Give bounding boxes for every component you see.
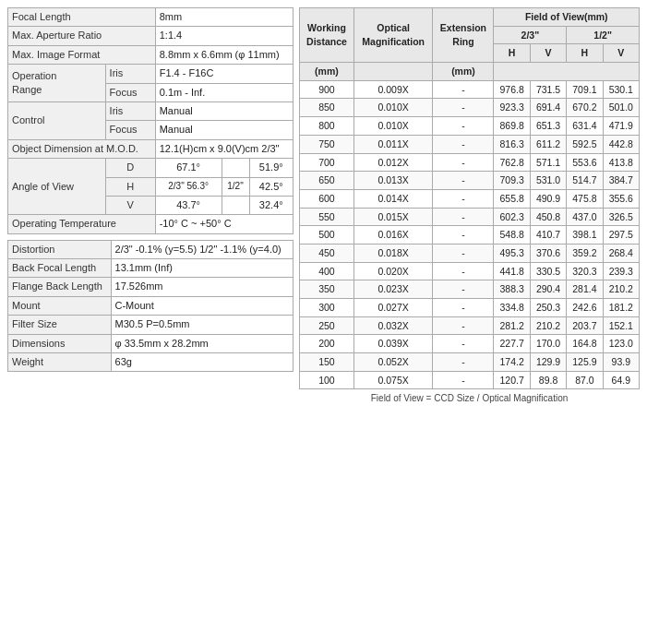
table-row: 4500.018X-495.3370.6359.2268.4 [300,244,640,262]
mag-cell: 0.010X [353,117,433,136]
control-focus-value: Manual [155,121,293,139]
ext-cell: - [433,117,494,136]
focal-length-value: 8mm [155,8,293,27]
image-format-label: Max. Image Format [8,45,156,64]
angle-h-23-val: 2/3" 56.3° [155,177,222,196]
angle-v-val2: 32.4° [249,196,293,214]
fov-header: Field of View(mm) [494,8,640,27]
table-row: 5000.016X-548.8410.7398.1297.5 [300,226,640,244]
h12-cell: 670.2 [567,99,603,117]
angle-h-val1: 56.3° [186,181,208,191]
h12-cell: 592.5 [567,135,603,153]
v23-cell: 490.9 [530,189,566,208]
angle-d-val2: 51.9° [249,159,293,177]
angle-d-spacer [222,159,249,177]
v23-cell: 410.7 [530,226,566,244]
wd-cell: 250 [300,316,354,335]
h23-cell: 655.8 [494,189,530,208]
object-dim-row: Object Dimension at M.O.D. 12.1(H)cm x 9… [8,139,294,158]
h12-cell: 164.8 [567,335,603,353]
v23-cell: 210.2 [530,316,566,335]
op-temp-label: Operating Temperature [8,215,156,233]
filter-value: M30.5 P=0.5mm [111,316,293,334]
ext-cell: - [433,99,494,117]
h23-cell: 976.8 [494,80,530,99]
bfl-value: 13.1mm (Inf) [111,259,293,278]
v23-cell: 250.3 [530,299,566,317]
wd-unit: (mm) [300,63,354,81]
dimensions-value: φ 33.5mm x 28.2mm [111,334,293,352]
h23-cell: 602.3 [494,208,530,226]
distortion-value: 2/3" -0.1% (y=5.5) 1/2" -1.1% (y=4.0) [111,240,293,258]
wd-cell: 850 [300,99,354,117]
angle-v-val1: 43.7° [155,196,222,214]
h12-cell: 125.9 [567,353,603,372]
image-format-value: 8.8mm x 6.6mm (φ 11mm) [155,45,293,64]
operation-focus-label: Focus [105,83,155,101]
fov-23-header: 2/3" [494,26,567,44]
v23-cell: 531.0 [530,172,566,190]
ext-cell: - [433,80,494,99]
focal-length-row: Focal Length 8mm [8,8,294,27]
wd-cell: 500 [300,226,354,244]
h12-cell: 281.4 [567,280,603,299]
fov-12-header: 1/2" [567,26,640,44]
h23-header: H [494,44,530,63]
mag-cell: 0.011X [353,135,433,153]
wd-cell: 350 [300,280,354,299]
angle-v-label: V [105,196,155,214]
spec-table-top: Focal Length 8mm Max. Aperture Ratio 1:1… [7,7,294,234]
mag-cell: 0.016X [353,226,433,244]
distortion-row: Distortion 2/3" -0.1% (y=5.5) 1/2" -1.1%… [8,240,294,258]
dimensions-label: Dimensions [8,334,112,352]
v12-cell: 442.8 [603,135,639,153]
v23-cell: 170.0 [530,335,566,353]
control-iris-label: Iris [105,101,155,120]
mag-cell: 0.013X [353,172,433,190]
wd-cell: 750 [300,135,354,153]
object-dim-value: 12.1(H)cm x 9.0(V)cm 2/3" [155,139,293,158]
ext-cell: - [433,316,494,335]
mount-label: Mount [8,296,112,315]
h23-cell: 334.8 [494,299,530,317]
right-panel: WorkingDistance OpticalMagnification Ext… [299,7,640,403]
v12-cell: 123.0 [603,335,639,353]
angle-d-row: Angle of View D 67.1° 51.9° [8,159,294,177]
left-panel: Focal Length 8mm Max. Aperture Ratio 1:1… [7,7,294,403]
h23-cell: 709.3 [494,172,530,190]
mag-unit [353,63,433,81]
v12-cell: 471.9 [603,117,639,136]
v23-cell: 450.8 [530,208,566,226]
aperture-value: 1:1.4 [155,27,293,45]
h23-cell: 548.8 [494,226,530,244]
v23-cell: 691.4 [530,99,566,117]
h12-cell: 398.1 [567,226,603,244]
angle-h-label: H [105,177,155,196]
h12-cell: 709.1 [567,80,603,99]
v12-cell: 297.5 [603,226,639,244]
v23-cell: 611.2 [530,135,566,153]
h23-cell: 388.3 [494,280,530,299]
h12-cell: 203.7 [567,316,603,335]
v12-cell: 268.4 [603,244,639,262]
ext-cell: - [433,153,494,172]
table-row: 5500.015X-602.3450.8437.0326.5 [300,208,640,226]
bfl-row: Back Focal Length 13.1mm (Inf) [8,259,294,278]
wd-cell: 400 [300,262,354,280]
h23-cell: 227.7 [494,335,530,353]
angle-d-label: D [105,159,155,177]
mag-cell: 0.039X [353,335,433,353]
table-row: 3500.023X-388.3290.4281.4210.2 [300,280,640,299]
v23-cell: 370.6 [530,244,566,262]
ext-unit: (mm) [433,63,494,81]
ext-cell: - [433,189,494,208]
operation-focus-value: 0.1m - Inf. [155,83,293,101]
fov-table: WorkingDistance OpticalMagnification Ext… [299,7,640,389]
wd-cell: 100 [300,371,354,389]
mag-cell: 0.075X [353,371,433,389]
table-row: 2000.039X-227.7170.0164.8123.0 [300,335,640,353]
focal-length-label: Focal Length [8,8,156,27]
v23-cell: 89.8 [530,371,566,389]
h23-cell: 923.3 [494,99,530,117]
main-layout: Focal Length 8mm Max. Aperture Ratio 1:1… [7,7,640,403]
